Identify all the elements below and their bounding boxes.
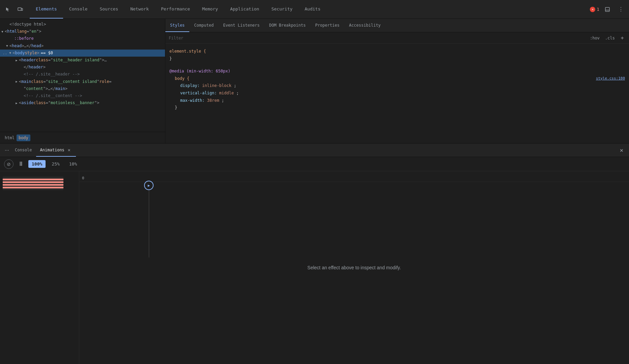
elements-content: <!doctype html> <html lang="en"> ::befor… xyxy=(0,19,165,132)
empty-message: Select an effect above to inspect and mo… xyxy=(307,265,401,270)
source-link[interactable]: style.css:180 xyxy=(596,75,625,82)
bottom-tabbar: ⋯ Console Animations × × xyxy=(0,144,629,157)
devtools-bottom: ⋯ Console Animations × × ⊘ ⏸ 100% 25% xyxy=(0,144,629,364)
dom-line-header-close[interactable]: </header> xyxy=(0,64,165,71)
topbar-icons xyxy=(3,4,26,15)
speed-10-button[interactable]: 10% xyxy=(66,160,80,168)
styles-panel: Styles Computed Event Listeners DOM Brea… xyxy=(165,19,629,143)
bottom-panel-close-button[interactable]: × xyxy=(617,146,626,155)
anim-strip-line-4 xyxy=(3,187,63,188)
speed-100-button[interactable]: 100% xyxy=(28,160,46,168)
tab-security[interactable]: Security xyxy=(265,0,299,19)
styles-toolbar: :hov .cls + xyxy=(165,32,629,44)
animations-area: 0 ▶ Select an effect above to inspect an… xyxy=(0,171,629,364)
dom-line-comment-header[interactable]: <!-- /.site__header --> xyxy=(0,71,165,78)
speed-25-button[interactable]: 25% xyxy=(48,160,63,168)
breadcrumb-html[interactable]: html xyxy=(3,134,17,141)
block-icon[interactable]: ⊘ xyxy=(4,159,13,169)
tab-performance[interactable]: Performance xyxy=(155,0,196,19)
tab-network[interactable]: Network xyxy=(124,0,155,19)
dom-line-html[interactable]: <html lang="en"> xyxy=(0,28,165,35)
dom-line-main[interactable]: <main class="site__content island" role= xyxy=(0,78,165,85)
styles-tab-event-listeners[interactable]: Event Listeners xyxy=(218,19,264,32)
styles-tabs: Styles Computed Event Listeners DOM Brea… xyxy=(165,19,629,32)
triangle-header[interactable] xyxy=(14,58,19,63)
pause-button[interactable]: ⏸ xyxy=(16,159,26,169)
dom-line-doctype[interactable]: <!doctype html> xyxy=(0,21,165,28)
play-button[interactable]: ▶ xyxy=(144,181,154,190)
styles-tab-accessibility[interactable]: Accessibility xyxy=(344,19,385,32)
triangle-main[interactable] xyxy=(14,79,19,84)
triangle-aside[interactable] xyxy=(14,101,19,105)
cursor-icon[interactable] xyxy=(3,4,13,15)
animations-toolbar: ⊘ ⏸ 100% 25% 10% xyxy=(0,157,629,171)
css-rule-element-style: element.style { } xyxy=(165,47,629,64)
timeline-header: 0 xyxy=(79,171,629,182)
dom-line-body[interactable]: .. <body style> == $0 xyxy=(0,50,165,57)
add-style-button[interactable]: + xyxy=(619,35,626,41)
triangle-body[interactable] xyxy=(8,51,12,55)
tab-application[interactable]: Application xyxy=(224,0,265,19)
animation-list xyxy=(0,171,79,364)
cls-button[interactable]: .cls xyxy=(604,35,616,41)
tab-console-bottom[interactable]: Console xyxy=(11,144,36,157)
topbar-tabs: Elements Console Sources Network Perform… xyxy=(30,0,590,19)
dom-line-header[interactable]: <header class="site__header island">… xyxy=(0,57,165,64)
styles-tab-computed[interactable]: Computed xyxy=(189,19,218,32)
tab-sources[interactable]: Sources xyxy=(93,0,124,19)
dom-line-main-content[interactable]: "content">…</main> xyxy=(0,85,165,92)
css-rule-media: @media (min-width: 650px) body { style.c… xyxy=(165,66,629,113)
tab-animations[interactable]: Animations × xyxy=(36,144,76,157)
error-dot: ✕ xyxy=(590,7,595,12)
tab-audits[interactable]: Audits xyxy=(299,0,327,19)
topbar-right: ✕ 1 ⋮ xyxy=(590,4,626,15)
svg-rect-0 xyxy=(18,8,21,10)
hov-button[interactable]: :hov xyxy=(589,35,601,41)
triangle-head[interactable] xyxy=(5,43,9,48)
anim-strip-line-1 xyxy=(3,179,63,180)
tab-animations-close[interactable]: × xyxy=(66,147,72,153)
elements-panel: <!doctype html> <html lang="en"> ::befor… xyxy=(0,19,165,143)
tab-elements[interactable]: Elements xyxy=(30,0,63,19)
styles-tab-properties[interactable]: Properties xyxy=(310,19,344,32)
styles-tab-dom-breakpoints[interactable]: DOM Breakpoints xyxy=(265,19,310,32)
svg-rect-2 xyxy=(605,7,609,11)
devtools-main: <!doctype html> <html lang="en"> ::befor… xyxy=(0,19,629,144)
styles-content: element.style { } @media (min-width: 650… xyxy=(165,44,629,143)
tab-console[interactable]: Console xyxy=(63,0,94,19)
breadcrumb-bar: html body xyxy=(0,132,165,143)
animation-timeline: 0 ▶ Select an effect above to inspect an… xyxy=(79,171,629,364)
device-icon[interactable] xyxy=(15,4,26,15)
breadcrumb-body[interactable]: body xyxy=(17,134,30,141)
svg-rect-1 xyxy=(21,8,23,10)
tab-memory[interactable]: Memory xyxy=(196,0,224,19)
anim-strip-line-3 xyxy=(3,184,63,186)
play-cursor: ▶ xyxy=(144,181,154,257)
animation-item[interactable] xyxy=(0,174,79,192)
devtools-body: <!doctype html> <html lang="en"> ::befor… xyxy=(0,19,629,364)
cursor-line xyxy=(149,190,149,257)
filter-input[interactable] xyxy=(169,36,586,40)
animation-strip xyxy=(3,177,63,190)
anim-strip-line-2 xyxy=(3,181,63,183)
more-options-icon[interactable]: ⋮ xyxy=(616,4,626,15)
devtools-topbar: Elements Console Sources Network Perform… xyxy=(0,0,629,19)
dom-line-before[interactable]: ::before xyxy=(0,35,165,42)
styles-tab-styles[interactable]: Styles xyxy=(165,19,189,32)
dom-line-comment-content[interactable]: <!-- /.site__content --> xyxy=(0,92,165,99)
more-tabs-button[interactable]: ⋯ xyxy=(3,146,11,154)
triangle-html[interactable] xyxy=(0,29,5,34)
dock-icon[interactable] xyxy=(602,4,613,15)
error-badge[interactable]: ✕ 1 xyxy=(590,7,599,12)
dom-line-aside[interactable]: <aside class="motionless__banner"> xyxy=(0,99,165,107)
dom-line-head[interactable]: <head>…</head> xyxy=(0,42,165,50)
